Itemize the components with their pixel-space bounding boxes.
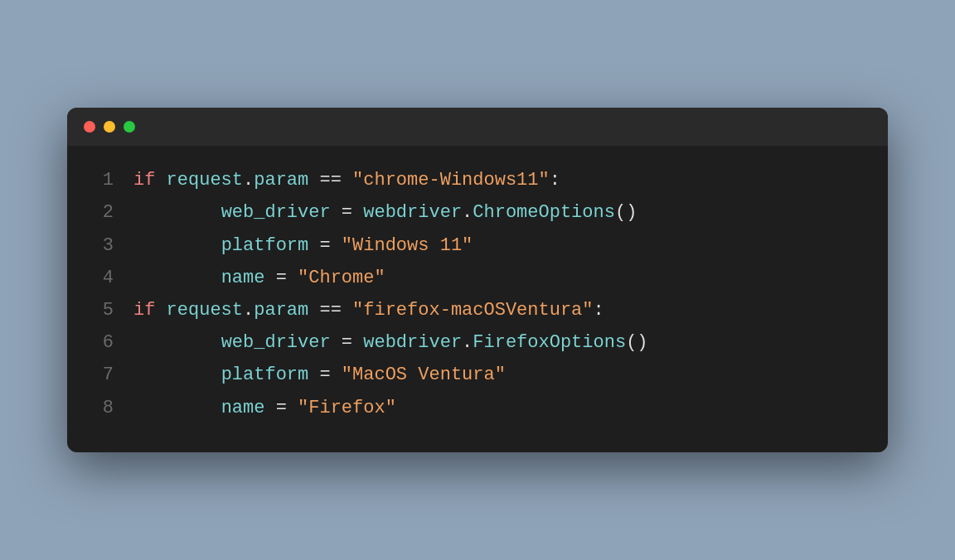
window-titlebar xyxy=(67,108,888,146)
code-line-3: 3 platform = "Windows 11" xyxy=(84,231,871,260)
code-text: web_driver = webdriver.ChromeOptions() xyxy=(133,198,637,227)
code-text: if request.param == "firefox-macOSVentur… xyxy=(133,296,604,325)
code-text: platform = "MacOS Ventura" xyxy=(133,360,506,389)
minimize-button[interactable] xyxy=(104,121,115,133)
code-text: platform = "Windows 11" xyxy=(133,231,473,260)
line-number: 2 xyxy=(84,198,114,227)
line-number: 3 xyxy=(84,231,114,260)
code-editor: 1 if request.param == "chrome-Windows11"… xyxy=(67,146,888,452)
close-button[interactable] xyxy=(84,121,95,133)
line-number: 7 xyxy=(84,360,114,389)
code-line-7: 7 platform = "MacOS Ventura" xyxy=(84,360,871,389)
code-text: web_driver = webdriver.FirefoxOptions() xyxy=(133,328,648,357)
line-number: 4 xyxy=(84,263,114,292)
line-number: 5 xyxy=(84,296,114,325)
code-text: name = "Firefox" xyxy=(133,393,396,422)
code-line-1: 1 if request.param == "chrome-Windows11"… xyxy=(84,166,871,195)
code-text: name = "Chrome" xyxy=(133,263,385,292)
line-number: 8 xyxy=(84,393,114,422)
line-number: 1 xyxy=(84,166,114,195)
line-number: 6 xyxy=(84,328,114,357)
code-window: 1 if request.param == "chrome-Windows11"… xyxy=(67,108,888,452)
code-text: if request.param == "chrome-Windows11": xyxy=(133,166,560,195)
code-line-5: 5 if request.param == "firefox-macOSVent… xyxy=(84,296,871,325)
code-line-4: 4 name = "Chrome" xyxy=(84,263,871,292)
code-line-8: 8 name = "Firefox" xyxy=(84,393,871,422)
code-line-2: 2 web_driver = webdriver.ChromeOptions() xyxy=(84,198,871,227)
maximize-button[interactable] xyxy=(124,121,135,133)
code-line-6: 6 web_driver = webdriver.FirefoxOptions(… xyxy=(84,328,871,357)
